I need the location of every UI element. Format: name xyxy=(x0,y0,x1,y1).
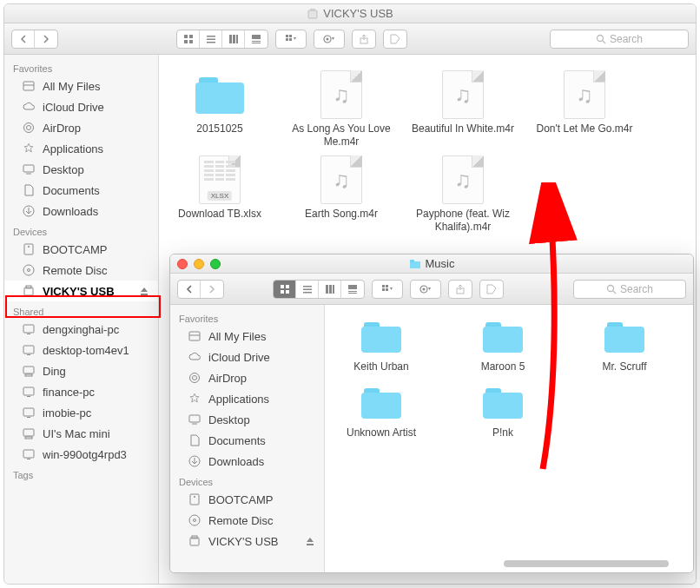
sidebar-item-airdrop[interactable]: AirDrop xyxy=(170,367,324,388)
coverflow-view-button[interactable] xyxy=(245,30,267,48)
usb-icon xyxy=(22,284,36,298)
sidebar-item-all-my-files[interactable]: All My Files xyxy=(4,76,158,96)
icon-view-button[interactable] xyxy=(177,30,200,48)
action-menu[interactable] xyxy=(410,280,441,299)
forward-button[interactable] xyxy=(201,281,223,298)
horizontal-scrollbar[interactable] xyxy=(504,560,683,569)
sidebar-item-label: Remote Disc xyxy=(43,264,107,277)
sidebar-item-remote-disc[interactable]: Remote Disc xyxy=(170,510,324,531)
column-view-button[interactable] xyxy=(319,281,341,298)
toolbar: Search xyxy=(170,274,693,305)
list-view-button[interactable] xyxy=(200,30,222,48)
sidebar-item-label: Ding xyxy=(43,365,66,378)
titlebar[interactable]: Music xyxy=(170,254,693,274)
svg-rect-59 xyxy=(303,288,312,290)
sidebar-item-label: finance-pc xyxy=(43,386,95,399)
window-controls xyxy=(177,259,221,269)
sidebar-item-bootcamp[interactable]: BOOTCAMP xyxy=(4,239,158,260)
file-item[interactable]: ♫Earth Song.m4r xyxy=(289,157,393,234)
sidebar-item-bootcamp[interactable]: BOOTCAMP xyxy=(170,489,324,510)
search-field[interactable]: Search xyxy=(550,30,689,49)
scroll-thumb[interactable] xyxy=(504,560,669,567)
sidebar-item-desktop-tom4ev1[interactable]: desktop-tom4ev1 xyxy=(4,340,158,360)
file-item[interactable]: Maroon 5 xyxy=(455,319,551,373)
titlebar[interactable]: VICKY'S USB xyxy=(4,4,696,23)
zoom-button[interactable] xyxy=(210,259,221,269)
pc-icon xyxy=(22,385,36,399)
eject-icon[interactable] xyxy=(139,286,149,296)
sidebar-item-label: Applications xyxy=(43,142,103,155)
window-title: Music xyxy=(426,257,455,270)
action-menu[interactable] xyxy=(314,30,345,49)
eject-icon[interactable] xyxy=(305,536,315,546)
minimize-button[interactable] xyxy=(194,259,204,269)
list-view-button[interactable] xyxy=(296,281,319,298)
file-item[interactable]: ♫As Long As You Love Me.m4r xyxy=(289,72,393,149)
view-switcher xyxy=(273,280,365,299)
sidebar-item-desktop[interactable]: Desktop xyxy=(4,159,158,180)
file-icon-grid[interactable]: Keith UrbanMaroon 5Mr. ScruffUnknown Art… xyxy=(325,305,693,572)
sidebar-item-ding[interactable]: Ding xyxy=(4,360,158,381)
svg-rect-48 xyxy=(23,429,34,436)
svg-rect-40 xyxy=(23,346,34,353)
file-item[interactable]: P!nk xyxy=(455,385,551,439)
airdrop-icon xyxy=(188,371,201,385)
file-item[interactable]: 20151025 xyxy=(168,72,272,149)
file-item[interactable]: Unknown Artist xyxy=(333,385,429,439)
sidebar-item-documents[interactable]: Documents xyxy=(170,430,324,451)
sidebar-item-vicky-s-usb[interactable]: VICKY'S USB xyxy=(170,531,324,552)
file-item[interactable]: ♫Don't Let Me Go.m4r xyxy=(532,72,637,149)
sidebar-item-documents[interactable]: Documents xyxy=(4,180,158,201)
sidebar-item-remote-disc[interactable]: Remote Disc xyxy=(4,260,158,281)
sidebar-item-dengxinghai-pc[interactable]: dengxinghai-pc xyxy=(4,319,158,340)
svg-rect-60 xyxy=(303,292,312,294)
file-item[interactable]: ♫Payphone (feat. Wiz Khalifa).m4r xyxy=(411,157,515,234)
file-item-label: Earth Song.m4r xyxy=(305,208,378,221)
file-item[interactable]: Mr. Scruff xyxy=(577,319,672,373)
sidebar-heading: Tags xyxy=(4,465,158,482)
svg-rect-89 xyxy=(307,544,314,545)
desktop-icon xyxy=(188,413,201,426)
sidebar-item-ui-s-mac-mini[interactable]: UI's Mac mini xyxy=(4,423,158,444)
sidebar-item-icloud-drive[interactable]: iCloud Drive xyxy=(4,96,158,117)
sidebar-item-applications[interactable]: Applications xyxy=(4,138,158,159)
svg-point-33 xyxy=(23,265,34,275)
sidebar-item-downloads[interactable]: Downloads xyxy=(170,451,324,472)
arrange-menu[interactable] xyxy=(372,280,403,299)
sidebar-item-all-my-files[interactable]: All My Files xyxy=(170,326,324,347)
sidebar-item-label: AirDrop xyxy=(43,122,81,135)
file-item-label: Keith Urban xyxy=(353,360,408,373)
svg-rect-51 xyxy=(27,459,30,459)
tags-button[interactable] xyxy=(479,280,504,299)
sidebar-item-airdrop[interactable]: AirDrop xyxy=(4,117,158,138)
sidebar-item-label: Desktop xyxy=(208,413,250,426)
sidebar-item-applications[interactable]: Applications xyxy=(170,388,324,409)
close-button[interactable] xyxy=(177,259,188,269)
forward-button[interactable] xyxy=(35,30,57,48)
sidebar-item-imobie-pc[interactable]: imobie-pc xyxy=(4,402,158,423)
sidebar-item-win-990otg4rpd3[interactable]: win-990otg4rpd3 xyxy=(4,444,158,465)
search-field[interactable]: Search xyxy=(573,280,686,299)
file-item[interactable]: XLSXDownload TB.xlsx xyxy=(168,157,272,234)
sidebar-item-finance-pc[interactable]: finance-pc xyxy=(4,381,158,402)
back-button[interactable] xyxy=(12,30,35,48)
column-view-button[interactable] xyxy=(222,30,245,48)
file-item[interactable]: Keith Urban xyxy=(333,319,429,373)
sidebar-item-vicky-s-usb[interactable]: VICKY'S USB xyxy=(4,281,158,301)
coverflow-view-button[interactable] xyxy=(341,281,364,298)
svg-rect-4 xyxy=(184,40,188,43)
arrange-menu[interactable] xyxy=(275,30,307,49)
share-button[interactable] xyxy=(448,280,472,299)
back-button[interactable] xyxy=(178,281,201,298)
file-item[interactable]: ♫Beautiful In White.m4r xyxy=(411,72,515,149)
share-button[interactable] xyxy=(352,30,376,49)
sidebar-item-icloud-drive[interactable]: iCloud Drive xyxy=(170,347,324,367)
sidebar-item-downloads[interactable]: Downloads xyxy=(4,201,158,221)
svg-rect-63 xyxy=(333,285,334,294)
sidebar-item-desktop[interactable]: Desktop xyxy=(170,409,324,430)
folder-icon xyxy=(409,259,421,269)
svg-rect-37 xyxy=(141,294,148,295)
sidebar-item-label: All My Files xyxy=(208,330,266,343)
tags-button[interactable] xyxy=(383,30,407,49)
icon-view-button[interactable] xyxy=(274,281,296,298)
